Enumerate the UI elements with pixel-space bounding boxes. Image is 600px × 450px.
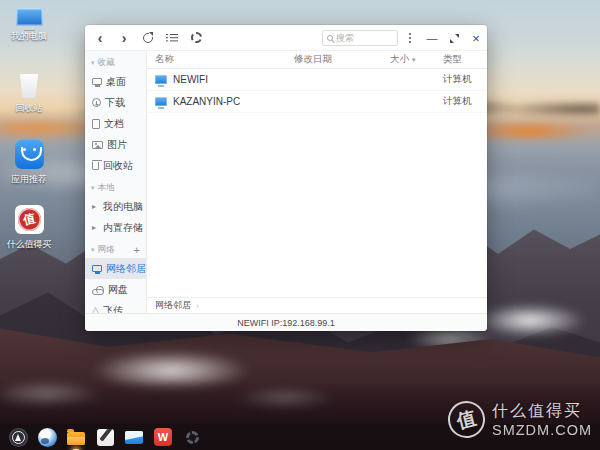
sidebar: ▾ 收藏 桌面 下载 文档 图片 回收站 [85,51,147,313]
watermark-seal-icon: 值 [444,397,489,442]
settings-gear-icon [186,431,199,444]
collapse-caret-icon: ▾ [91,59,95,67]
download-icon [92,98,101,107]
menu-button[interactable] [399,27,421,49]
sidebar-item-label: 我的电脑 [103,200,143,214]
search-box[interactable] [322,30,398,46]
computer-icon [155,75,167,84]
sidebar-item-pictures[interactable]: 图片 [85,134,146,155]
file-name: KAZANYIN-PC [173,96,240,107]
wps-icon: W [154,428,172,446]
back-button[interactable]: ‹ [91,29,109,47]
expand-arrow-icon[interactable]: ▸ [92,202,96,211]
smzdm-seal-glyph: 值 [15,206,42,233]
smzdm-icon: 值 [15,205,44,234]
sidebar-section-favorites[interactable]: ▾ 收藏 [85,55,146,71]
sidebar-item-my-computer[interactable]: ▸ 我的电脑 [85,196,146,217]
sidebar-section-network[interactable]: ▾ 网络 + [85,242,146,258]
my-computer-icon [16,8,43,26]
gear-icon [191,32,202,43]
sidebar-item-label: 网盘 [108,283,128,297]
watermark-title: 什么值得买 [492,401,592,422]
close-button[interactable]: × [465,27,487,49]
file-type: 计算机 [443,95,472,108]
sidebar-item-desktop[interactable]: 桌面 [85,71,146,92]
file-row-kazanyin-pc[interactable]: KAZANYIN-PC 计算机 [147,91,487,113]
dock-browser[interactable] [37,427,57,447]
add-network-button[interactable]: + [134,244,140,256]
desktop: 我的电脑 回收站 应用推荐 值 什么值得买 ‹ › — × [0,0,600,450]
file-row-newifi[interactable]: NEWIFI 计算机 [147,69,487,91]
sidebar-section-local[interactable]: ▾ 本地 [85,180,146,196]
sidebar-item-documents[interactable]: 文档 [85,113,146,134]
sidebar-item-label: 图片 [107,138,127,152]
app-store-icon [15,140,44,169]
breadcrumb-current[interactable]: 网络邻居 [155,299,191,312]
cloud-icon [92,289,104,295]
sidebar-item-label: 下载 [105,96,125,110]
launcher-icon [9,428,28,447]
desktop-folder-icon [92,78,102,85]
sidebar-item-internal-storage[interactable]: ▸ 内置存储 [85,217,146,238]
watermark-text: 什么值得买 SMZDM.COM [492,401,592,438]
recycle-bin-icon [19,74,40,98]
file-type: 计算机 [443,73,472,86]
dock-mail[interactable] [124,427,144,447]
search-icon [327,35,333,41]
sidebar-item-trash[interactable]: 回收站 [85,155,146,176]
dock-file-manager[interactable] [66,427,86,447]
desktop-icon-label: 应用推荐 [11,173,47,186]
dock-wps-office[interactable]: W [153,427,173,447]
desktop-icon-label: 回收站 [16,102,43,115]
status-text: NEWIFI IP:192.168.99.1 [237,318,335,328]
refresh-button[interactable] [139,29,157,47]
list-header: 名称 修改日期 大小▾ 类型 [147,51,487,69]
dock-launcher[interactable] [8,427,28,447]
column-size[interactable]: 大小▾ [390,53,416,66]
window-toolbar: ‹ › — × [85,25,487,51]
list-view-button[interactable] [163,29,181,47]
minimize-button[interactable]: — [421,27,443,49]
smzdm-watermark: 值 什么值得买 SMZDM.COM [448,401,592,438]
sidebar-item-label: 网络邻居 [106,262,146,276]
sidebar-item-label: 桌面 [106,75,126,89]
kebab-menu-icon [409,37,411,39]
document-icon [92,119,100,129]
file-list: 名称 修改日期 大小▾ 类型 NEWIFI 计算机 KAZANYIN-PC 计算… [147,51,487,297]
dock-draw-editor[interactable] [95,427,115,447]
sidebar-item-label: 内置存储 [103,221,143,235]
sidebar-item-label: 回收站 [103,159,133,173]
sidebar-item-downloads[interactable]: 下载 [85,92,146,113]
dock-control-center[interactable] [182,427,202,447]
sidebar-item-label: 文档 [104,117,124,131]
browser-globe-icon [38,428,57,447]
desktop-icon-my-computer[interactable]: 我的电脑 [0,8,58,43]
expand-arrow-icon[interactable]: ▸ [92,223,96,232]
collapse-caret-icon: ▾ [91,184,95,192]
desktop-icon-recycle-bin[interactable]: 回收站 [0,74,58,115]
desktop-icon-app-store[interactable]: 应用推荐 [0,140,58,186]
section-label: 收藏 [98,57,115,69]
forward-button[interactable]: › [115,29,133,47]
sidebar-item-network-neighborhood[interactable]: 网络邻居 [85,258,146,279]
desktop-icon-label: 什么值得买 [7,238,52,251]
maximize-icon [450,34,459,43]
refresh-icon [143,33,153,43]
status-bar: NEWIFI IP:192.168.99.1 [85,313,487,331]
file-manager-window: ‹ › — × ▾ 收藏 桌面 [85,25,487,331]
column-name[interactable]: 名称 [155,53,174,66]
column-type[interactable]: 类型 [443,53,462,66]
picture-icon [92,141,103,149]
sort-caret-icon: ▾ [412,56,416,63]
list-view-icon [170,34,178,36]
search-input[interactable] [336,33,393,43]
pen-document-icon [97,429,114,446]
maximize-button[interactable] [443,27,465,49]
window-controls: — × [399,25,487,51]
sidebar-item-cloud-disk[interactable]: 网盘 [85,279,146,300]
column-date-modified[interactable]: 修改日期 [294,53,332,66]
view-settings-button[interactable] [187,29,205,47]
computer-icon [155,97,167,106]
desktop-icon-smzdm[interactable]: 值 什么值得买 [0,205,58,251]
folder-icon [67,432,85,445]
